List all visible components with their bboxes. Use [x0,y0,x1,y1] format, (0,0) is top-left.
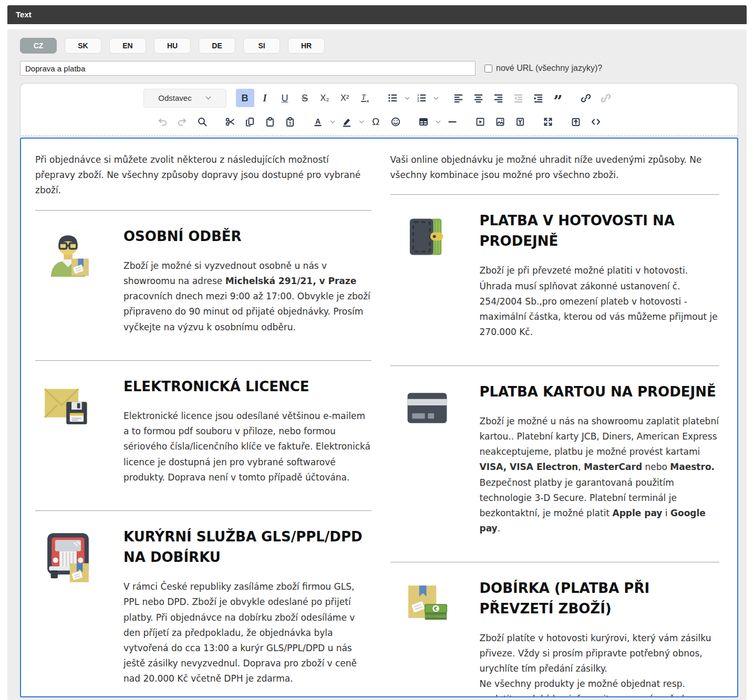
fullscreen-icon [543,117,553,127]
indent-button[interactable] [529,89,548,107]
copy-button[interactable] [241,112,260,131]
email-license-icon [40,379,96,485]
horizontal-line-button[interactable] [443,112,462,131]
section-title: PLATBA KARTOU NA PRODEJNĚ [480,382,720,402]
title-row: nové URL (všechny jazyky)? [20,61,738,76]
text-segment: , [578,462,584,472]
block-quote-button[interactable]: ” [549,89,567,107]
unlink-button[interactable] [597,89,615,107]
insert-image-button[interactable] [491,112,510,131]
remove-format-button[interactable]: Tx [356,89,374,107]
outdent-icon [513,93,523,103]
align-center-icon [473,93,483,103]
align-center-button[interactable] [469,89,488,107]
bulleted-list-button[interactable] [384,89,402,107]
font-color-icon: A [313,117,323,127]
italic-button[interactable]: I [256,89,274,107]
language-tab-hu[interactable]: HU [154,38,191,54]
font-color-dropdown[interactable] [329,112,336,131]
text-segment: V rámci České republiky zasíláme zboží f… [123,581,357,684]
find-and-replace-button[interactable] [193,112,212,131]
highlight-dropdown[interactable] [358,112,365,131]
strikethrough-button[interactable]: S [296,89,314,107]
credit-card-icon [403,384,451,537]
remove-format-icon: Tx [359,93,370,103]
package-cash-icon: € [403,580,451,697]
section-electronic-license: ELEKTRONICKÁ LICENCE Elektronické licenc… [35,361,371,499]
rich-text-editable[interactable]: Při objednávce si můžete zvolit některou… [20,138,738,697]
section-paragraph: Zboží je možné si vyzvednout osobně u ná… [123,258,371,335]
language-tab-en[interactable]: EN [109,38,146,54]
search-icon [197,117,208,127]
table-dropdown[interactable] [435,112,442,131]
bulleted-list-dropdown[interactable] [404,89,411,107]
new-url-checkbox-label: nové URL (všechny jazyky)? [484,64,602,73]
source-code-button[interactable] [587,112,605,131]
numbered-list-dropdown[interactable] [432,89,440,107]
paste-plain-text-button[interactable]: T [281,112,299,131]
bold-button[interactable]: B [236,89,254,107]
language-tabs: CZ SK EN HU DE SI HR [20,38,738,54]
underline-button[interactable]: U [276,89,294,107]
svg-text:€: € [433,605,438,611]
section-paragraph: Zboží platíte v hotovosti kurýrovi, kter… [480,631,720,697]
svg-text:T: T [288,120,292,126]
bulleted-list-icon [388,93,398,103]
paragraph-style-dropdown[interactable]: Odstavec [143,89,226,108]
outdent-button[interactable] [509,89,528,107]
link-button[interactable] [577,89,595,107]
numbered-list-button[interactable]: 123 [412,89,431,107]
cut-button[interactable] [221,112,240,131]
section-title: KURÝRNÍ SLUŽBA GLS/PPL/DPD NA DOBÍRKU [123,527,371,568]
window-title: Text [7,5,747,24]
text-segment: pracovních dnech mezi 9:00 až 17:00. Obv… [123,291,370,332]
superscript-button[interactable]: X² [336,89,354,107]
section-title: DOBÍRKA (PLATBA PŘI PŘEVZETÍ ZBOŽÍ) [480,578,720,619]
code-icon [591,117,601,127]
language-tab-hr[interactable]: HR [288,38,325,54]
text-segment: Ne všechny produkty je možné objednat re… [480,678,701,697]
svg-text:x: x [367,98,369,103]
numbered-list-icon: 123 [417,93,427,103]
section-personal-pickup: OSOBNÍ ODBĚR Zboží je možné si vyzvednou… [35,211,371,349]
redo-button[interactable] [173,112,192,131]
paste-button[interactable] [261,112,280,131]
language-tab-cz[interactable]: CZ [20,38,57,54]
page-title-input[interactable] [20,61,476,76]
align-right-icon [493,93,503,103]
chevron-down-icon [359,120,364,123]
text-segment: Zboží je možné u nás na showroomu zaplat… [480,416,719,457]
emoji-button[interactable] [387,112,405,131]
undo-button[interactable] [153,112,172,131]
align-left-button[interactable] [449,89,468,107]
wallet-icon [403,213,451,340]
text-segment: . [498,523,500,534]
language-tab-si[interactable]: SI [243,38,280,54]
align-right-button[interactable] [489,89,508,107]
insert-media-button[interactable] [471,112,490,131]
table-icon [418,117,429,127]
export-button[interactable] [567,112,585,131]
person-pickup-icon [40,228,96,335]
fullscreen-button[interactable] [539,112,557,131]
special-characters-button[interactable]: Ω [367,112,385,131]
new-url-checkbox[interactable] [484,65,492,72]
insert-table-button[interactable] [415,112,433,131]
section-paragraph: Zboží je možné u nás na showroomu zaplat… [480,414,720,537]
text-segment: i [662,508,670,518]
text-segment: Zboží je při převzeté možné platiti v ho… [480,265,718,337]
media-icon [475,117,486,127]
section-paragraph: Elektronické licence jsou odesílané větš… [123,409,371,485]
highlight-button[interactable] [338,112,356,131]
language-tab-sk[interactable]: SK [65,38,101,54]
svg-text:T: T [361,93,366,101]
language-tab-de[interactable]: DE [199,38,235,54]
paste-icon [265,117,275,127]
text-segment: VISA, VISA Electron [480,462,579,472]
text-segment: Maestro. [670,462,715,472]
font-color-button[interactable]: A [309,112,327,131]
video-placeholder-button[interactable] [511,112,530,131]
subscript-button[interactable]: X₂ [316,89,334,107]
highlight-marker-icon [342,117,352,127]
section-cash-in-store: PLATBA V HOTOVOSTI NA PRODEJNĚ Zboží je … [390,195,720,353]
